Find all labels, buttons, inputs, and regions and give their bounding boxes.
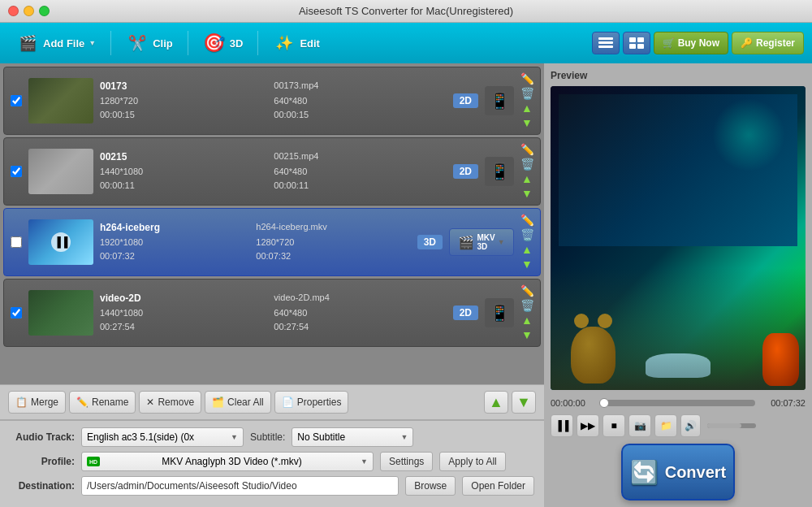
fast-forward-button[interactable]: ▶▶ [577, 414, 599, 437]
add-file-icon: 🎬 [16, 32, 39, 54]
file-item-3[interactable]: ▐▐ h264-iceberg h264-iceberg.mkv 1920*10… [3, 208, 541, 276]
screenshot-button[interactable]: 📷 [628, 414, 651, 437]
file-down-icon-3[interactable]: ▼ [520, 258, 533, 271]
folder-button[interactable]: 📁 [654, 414, 677, 437]
mkv-3d-icon: 🎬 [458, 235, 474, 250]
file-up-icon-4[interactable]: ▲ [520, 314, 533, 327]
properties-button[interactable]: 📄 Properties [274, 391, 349, 414]
open-folder-button[interactable]: Open Folder [462, 476, 534, 496]
file-output-icon-2: 📱 [485, 157, 514, 186]
file-down-icon-2[interactable]: ▼ [520, 187, 533, 200]
destination-input[interactable] [81, 476, 399, 496]
file-list: 00173 00173.mp4 1280*720 640*480 00:00:1… [0, 63, 544, 384]
file-edit-icon-2[interactable]: ✏️ [520, 143, 533, 156]
file-delete-icon-2[interactable]: 🗑️ [520, 158, 533, 171]
scene-glow [712, 98, 785, 171]
file-badge-3: 3D [417, 235, 443, 249]
file-thumb-2 [28, 149, 93, 194]
progress-bar[interactable] [601, 400, 755, 406]
buy-now-button[interactable]: 🛒 Buy Now [654, 32, 728, 54]
list-view-button[interactable] [592, 32, 620, 54]
remove-button[interactable]: ✕ Remove [139, 391, 201, 414]
profile-dropdown-arrow: ▼ [361, 457, 368, 466]
settings-button[interactable]: Settings [380, 452, 433, 471]
file-edit-icon-3[interactable]: ✏️ [520, 214, 533, 227]
file-checkbox-4[interactable] [11, 307, 22, 318]
thumb-play-overlay: ▐▐ [51, 232, 71, 252]
window-title: Aiseesoft TS Converter for Mac(Unregiste… [299, 5, 513, 17]
volume-slider[interactable] [707, 423, 756, 428]
main-content: 00173 00173.mp4 1280*720 640*480 00:00:1… [0, 63, 812, 507]
file-down-icon-1[interactable]: ▼ [520, 116, 533, 129]
clip-button[interactable]: ✂️ Clip [118, 28, 181, 58]
preview-controls: 00:00:00 00:07:32 [551, 395, 806, 411]
svg-rect-3 [629, 37, 636, 42]
file-delete-icon-3[interactable]: 🗑️ [520, 228, 533, 241]
file-info-3: h264-iceberg h264-iceberg.mkv 1920*1080 … [100, 221, 411, 263]
merge-button[interactable]: 📋 Merge [8, 391, 66, 414]
file-item-1[interactable]: 00173 00173.mp4 1280*720 640*480 00:00:1… [3, 67, 541, 135]
file-up-icon-1[interactable]: ▲ [520, 102, 533, 115]
file-item-4[interactable]: video-2D video-2D.mp4 1440*1080 640*480 … [3, 279, 541, 347]
file-actions-1: ✏️ 🗑️ ▲ ▼ [520, 72, 533, 129]
traffic-lights [8, 6, 50, 16]
file-checkbox-2[interactable] [11, 166, 22, 177]
file-delete-icon-4[interactable]: 🗑️ [520, 299, 533, 312]
file-edit-icon-4[interactable]: ✏️ [520, 284, 533, 297]
mkv-dropdown-arrow: ▼ [498, 238, 505, 246]
register-button[interactable]: 🔑 Register [732, 32, 804, 54]
edit-button[interactable]: ✨ Edit [265, 28, 328, 58]
3d-button[interactable]: 🎯 3D [195, 28, 252, 58]
rename-icon: ✏️ [76, 396, 89, 408]
add-file-button[interactable]: 🎬 Add File ▼ [8, 28, 104, 58]
file-up-icon-3[interactable]: ▲ [520, 243, 533, 256]
svg-rect-5 [629, 44, 636, 49]
pause-button[interactable]: ▐▐ [551, 414, 573, 437]
convert-icon: 🔄 [630, 459, 659, 486]
move-down-button[interactable]: ▼ [512, 391, 536, 414]
3d-icon: 🎯 [203, 32, 226, 54]
minimize-button[interactable] [24, 6, 34, 16]
browse-button[interactable]: Browse [405, 476, 456, 496]
file-checkbox-3[interactable] [11, 236, 22, 248]
bear-body [571, 327, 615, 384]
audio-track-select[interactable]: English ac3 5.1(side) (0x ▼ [81, 427, 244, 447]
buy-now-icon: 🛒 [663, 37, 675, 49]
move-up-button[interactable]: ▲ [484, 391, 508, 414]
audio-track-dropdown-arrow: ▼ [231, 433, 238, 441]
svg-rect-2 [598, 46, 613, 48]
progress-handle[interactable] [599, 398, 609, 408]
clear-all-button[interactable]: 🗂️ Clear All [205, 391, 271, 414]
title-bar: Aiseesoft TS Converter for Mac(Unregiste… [0, 0, 812, 23]
file-delete-icon-1[interactable]: 🗑️ [520, 87, 533, 100]
remove-icon: ✕ [146, 396, 154, 408]
convert-button[interactable]: 🔄 Convert [621, 444, 735, 500]
maximize-button[interactable] [39, 6, 50, 16]
profile-select[interactable]: HD MKV Anaglyph 3D Video (*.mkv) ▼ [81, 452, 374, 471]
file-output-icon-4: 📱 [485, 298, 514, 327]
stop-button[interactable]: ■ [603, 414, 625, 437]
profile-format-icon: HD [87, 457, 100, 466]
properties-icon: 📄 [282, 396, 294, 408]
mkv-label: MKV3D [477, 233, 495, 251]
file-down-icon-4[interactable]: ▼ [520, 328, 533, 341]
apply-to-all-button[interactable]: Apply to All [439, 452, 505, 471]
volume-button[interactable]: 🔊 [680, 414, 701, 437]
audio-track-label: Audio Track: [10, 431, 75, 443]
file-mkv-select[interactable]: 🎬 MKV3D ▼ [449, 228, 514, 256]
subtitle-select[interactable]: No Subtitle ▼ [292, 427, 413, 447]
grid-view-button[interactable] [623, 32, 650, 54]
file-checkbox-1[interactable] [11, 95, 22, 106]
rename-button[interactable]: ✏️ Rename [69, 391, 136, 414]
scene-ice [646, 353, 710, 378]
separator-1 [110, 31, 111, 55]
file-edit-icon-1[interactable]: ✏️ [520, 72, 533, 85]
file-up-icon-2[interactable]: ▲ [520, 172, 533, 185]
file-actions-3: ✏️ 🗑️ ▲ ▼ [520, 214, 533, 271]
svg-rect-6 [637, 44, 644, 49]
destination-label: Destination: [10, 480, 75, 492]
toolbar-right: 🛒 Buy Now 🔑 Register [592, 32, 804, 54]
file-actions-4: ✏️ 🗑️ ▲ ▼ [520, 284, 533, 341]
close-button[interactable] [8, 6, 19, 16]
file-item-2[interactable]: 00215 00215.mp4 1440*1080 640*480 00:00:… [3, 137, 541, 206]
